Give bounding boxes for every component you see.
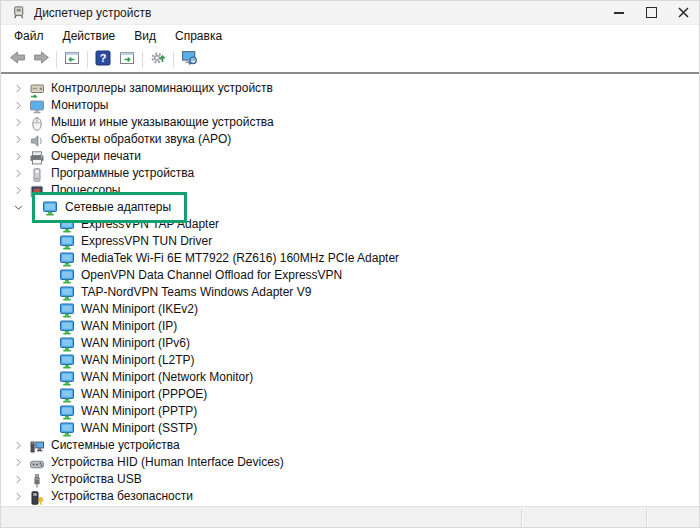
footer-separator [521,509,522,527]
tree-item-category[interactable]: Мониторы [1,97,699,114]
device-label[interactable]: WAN Miniport (SSTP) [81,420,197,437]
chevron-right-icon[interactable] [11,150,25,164]
menu-item-2[interactable]: Вид [131,28,159,44]
network-icon [59,269,75,283]
network-icon [59,388,75,402]
tree-item-device[interactable]: ExpressVPN TUN Driver [1,233,699,250]
device-category-label[interactable]: Устройства USB [51,471,142,488]
device-label[interactable]: WAN Miniport (IKEv2) [81,301,198,318]
device-category-label[interactable]: Контроллеры запоминающих устройств [51,80,273,97]
close-button[interactable] [667,1,699,24]
device-category-label[interactable]: Программные устройства [51,165,194,182]
menu-item-3[interactable]: Справка [172,28,225,44]
monitor-icon [29,99,45,113]
update-driver-button[interactable] [146,49,170,70]
chevron-right-icon[interactable] [11,439,25,453]
network-icon [59,252,75,266]
tree-item-device[interactable]: WAN Miniport (L2TP) [1,352,699,369]
printer-icon [29,150,45,164]
network-icon [59,337,75,351]
device-category-label[interactable]: Устройства HID (Human Interface Devices) [51,454,284,471]
network-icon [59,422,75,436]
minimize-icon [614,12,624,14]
tree-item-category[interactable]: Очереди печати [1,148,699,165]
chevron-down-icon[interactable] [11,201,25,215]
window-title: Диспетчер устройств [34,6,151,20]
tree-item-device[interactable]: MediaTek Wi-Fi 6E MT7922 (RZ616) 160MHz … [1,250,699,267]
tree-item-device[interactable]: WAN Miniport (IKEv2) [1,301,699,318]
chevron-right-icon[interactable] [11,167,25,181]
device-category-label[interactable]: Устройства безопасности [51,488,193,505]
chevron-right-icon[interactable] [11,116,25,130]
device-label[interactable]: MediaTek Wi-Fi 6E MT7922 (RZ616) 160MHz … [81,250,399,267]
annotation-highlight-box: Сетевые адаптеры [32,192,187,223]
device-category-label[interactable]: Мониторы [51,97,108,114]
device-label[interactable]: TAP-NordVPN Teams Windows Adapter V9 [81,284,311,301]
device-category-label[interactable]: Объекты обработки звука (APO) [51,131,231,148]
tree-item-category[interactable]: Устройства HID (Human Interface Devices) [1,454,699,471]
scan-hardware-button[interactable] [177,49,201,70]
forward-button[interactable] [29,49,53,70]
chevron-right-icon[interactable] [11,456,25,470]
tree-item-device[interactable]: TAP-NordVPN Teams Windows Adapter V9 [1,284,699,301]
tree-item-device[interactable]: OpenVPN Data Channel Offload for Express… [1,267,699,284]
device-category-label[interactable]: Сетевые адаптеры [65,199,171,216]
device-label[interactable]: WAN Miniport (PPTP) [81,403,197,420]
title-bar: Диспетчер устройств [1,1,699,25]
chevron-right-icon[interactable] [11,490,25,504]
back-button[interactable] [5,49,29,70]
help-icon: ? [95,50,111,70]
device-label[interactable]: WAN Miniport (IP) [81,318,177,335]
device-label[interactable]: WAN Miniport (PPPOE) [81,386,207,403]
toolbar: ? [1,47,699,72]
action-pane-button[interactable] [115,49,139,70]
device-label[interactable]: WAN Miniport (L2TP) [81,352,195,369]
toolbar-separator [173,51,174,68]
hid-icon [29,456,45,470]
toolbar-separator [56,51,57,68]
tree-item-device[interactable]: WAN Miniport (PPPOE) [1,386,699,403]
network-icon [59,405,75,419]
tree-item-category[interactable]: Объекты обработки звука (APO) [1,131,699,148]
device-category-label[interactable]: Очереди печати [51,148,141,165]
tree-item-device[interactable]: WAN Miniport (IP) [1,318,699,335]
device-label[interactable]: ExpressVPN TUN Driver [81,233,212,250]
maximize-button[interactable] [635,1,667,24]
console-tree-icon [64,50,80,70]
menu-item-1[interactable]: Действие [60,28,119,44]
maximize-icon [646,7,657,18]
toolbar-separator [87,51,88,68]
tree-item-device[interactable]: WAN Miniport (Network Monitor) [1,369,699,386]
tree-item-category[interactable]: Программные устройства [1,165,699,182]
tree-item-device[interactable]: WAN Miniport (PPTP) [1,403,699,420]
chevron-right-icon[interactable] [11,133,25,147]
tree-item-category[interactable]: Мыши и иные указывающие устройства [1,114,699,131]
menu-item-0[interactable]: Файл [11,28,47,44]
chevron-right-icon[interactable] [11,473,25,487]
action-pane-icon [119,50,135,70]
storage-controller-icon [29,82,45,96]
network-icon [59,371,75,385]
tree-item-device[interactable]: WAN Miniport (IPv6) [1,335,699,352]
device-category-label[interactable]: Системные устройства [51,437,180,454]
footer-separator [646,509,647,527]
device-category-label[interactable]: Мыши и иные указывающие устройства [51,114,274,131]
device-label[interactable]: OpenVPN Data Channel Offload for Express… [81,267,342,284]
tree-item-category[interactable]: Устройства USB [1,471,699,488]
close-icon [678,7,689,18]
minimize-button[interactable] [603,1,635,24]
chevron-right-icon[interactable] [11,82,25,96]
device-label[interactable]: WAN Miniport (Network Monitor) [81,369,253,386]
chevron-right-icon[interactable] [11,99,25,113]
tree-item-category[interactable]: Системные устройства [1,437,699,454]
tree-item-category[interactable]: Устройства безопасности [1,488,699,505]
tree-item-category[interactable]: Контроллеры запоминающих устройств [1,80,699,97]
device-label[interactable]: WAN Miniport (IPv6) [81,335,190,352]
chevron-right-icon[interactable] [11,184,25,198]
device-manager-window: Диспетчер устройств ФайлДействиеВидСправ… [0,0,700,528]
tree-item-device[interactable]: WAN Miniport (SSTP) [1,420,699,437]
tree-item-category[interactable]: Сетевые адаптеры [1,199,699,216]
help-button[interactable]: ? [91,49,115,70]
usb-icon [29,473,45,487]
console-tree-button[interactable] [60,49,84,70]
